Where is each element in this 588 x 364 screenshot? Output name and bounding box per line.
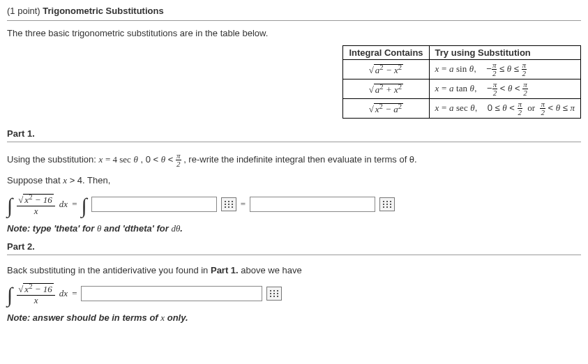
integral-icon: ∫ bbox=[7, 195, 13, 216]
svg-rect-22 bbox=[273, 293, 275, 294]
note-text: and 'dtheta' for bbox=[101, 223, 171, 234]
svg-rect-10 bbox=[386, 201, 388, 202]
intro-text: The three basic trigonometric substituti… bbox=[7, 28, 581, 38]
divider: Part 1. bbox=[7, 128, 581, 142]
note-text: only. bbox=[165, 312, 188, 323]
table-header-row: Integral Contains Try using Substitution bbox=[343, 46, 581, 60]
part1-result-input[interactable] bbox=[250, 197, 375, 212]
keypad-icon[interactable] bbox=[221, 197, 236, 211]
svg-rect-18 bbox=[270, 290, 271, 291]
svg-rect-17 bbox=[390, 206, 391, 208]
cell-contains: √a2 + x2 bbox=[343, 79, 429, 99]
svg-rect-4 bbox=[228, 204, 229, 205]
table-row: √a2 + x2 x = a tan θ, −π2 < θ < π2 bbox=[343, 79, 581, 99]
substitution-table: Integral Contains Try using Substitution… bbox=[342, 45, 581, 119]
equals-sign: = bbox=[72, 199, 77, 210]
svg-rect-23 bbox=[277, 293, 278, 294]
svg-rect-5 bbox=[232, 204, 233, 205]
keypad-icon[interactable] bbox=[266, 287, 282, 301]
part1-note: Note: type 'theta' for θ and 'dtheta' fo… bbox=[7, 223, 581, 234]
integrand-fraction: √x2 − 16 x bbox=[17, 282, 55, 305]
part2-label: Part 2. bbox=[7, 241, 581, 255]
part2-equation: ∫ √x2 − 16 x dx = bbox=[7, 282, 581, 305]
cell-substitution: x = a sin θ, −π2 ≤ θ ≤ π2 bbox=[429, 60, 580, 79]
svg-rect-15 bbox=[383, 206, 384, 208]
svg-rect-21 bbox=[270, 293, 271, 294]
col-header-substitution: Try using Substitution bbox=[429, 46, 580, 60]
svg-rect-20 bbox=[277, 290, 278, 291]
table-row: √x2 − a2 x = a sec θ, 0 ≤ θ < π2 or π2 <… bbox=[343, 99, 581, 119]
svg-rect-24 bbox=[270, 296, 271, 297]
part2-answer-input[interactable] bbox=[81, 286, 262, 301]
svg-rect-1 bbox=[228, 201, 229, 202]
equals-sign: = bbox=[241, 199, 246, 210]
part1-integrand-input[interactable] bbox=[91, 197, 217, 212]
problem-header: (1 point) Trigonometric Substitutions bbox=[7, 6, 581, 21]
cell-substitution: x = a sec θ, 0 ≤ θ < π2 or π2 < θ ≤ π bbox=[429, 99, 580, 119]
cell-contains: √x2 − a2 bbox=[343, 99, 429, 119]
svg-rect-9 bbox=[383, 201, 384, 202]
svg-rect-25 bbox=[273, 296, 275, 297]
point-value: (1 point) bbox=[7, 6, 40, 16]
svg-rect-0 bbox=[225, 201, 226, 202]
svg-rect-14 bbox=[390, 204, 391, 205]
note-text: Note: answer should be in terms of bbox=[7, 312, 160, 323]
part2-instr-a: Back substituting in the antiderivative … bbox=[7, 265, 211, 275]
table-row: √a2 − x2 x = a sin θ, −π2 ≤ θ ≤ π2 bbox=[343, 60, 581, 79]
svg-rect-6 bbox=[225, 206, 226, 208]
cell-contains: √a2 − x2 bbox=[343, 60, 429, 79]
note-text: Note: type 'theta' for bbox=[7, 223, 97, 234]
svg-rect-11 bbox=[390, 201, 391, 202]
svg-rect-19 bbox=[273, 290, 275, 291]
svg-rect-7 bbox=[228, 206, 229, 208]
svg-rect-13 bbox=[386, 204, 388, 205]
problem-title: Trigonometric Substitutions bbox=[43, 6, 163, 16]
part1-label: Part 1. bbox=[7, 128, 581, 142]
part1-instructions: Using the substitution: x = 4 sec θ , 0 … bbox=[7, 152, 581, 168]
svg-rect-2 bbox=[232, 201, 233, 202]
dx-label: dx bbox=[59, 288, 68, 299]
equals-sign: = bbox=[72, 288, 77, 299]
part2-note: Note: answer should be in terms of x onl… bbox=[7, 312, 581, 324]
part2-instr-bold: Part 1. bbox=[211, 265, 239, 275]
integrand-fraction: √x2 − 16 x bbox=[17, 193, 55, 216]
part1-suppose: Suppose that x > 4. Then, bbox=[7, 175, 581, 186]
cell-substitution: x = a tan θ, −π2 < θ < π2 bbox=[429, 79, 580, 99]
integral-icon: ∫ bbox=[7, 285, 13, 305]
part2-instr-b: above we have bbox=[239, 265, 302, 275]
part1-instr-suffix: , re-write the indefinite integral then … bbox=[183, 154, 417, 165]
svg-rect-16 bbox=[386, 206, 388, 208]
divider: Part 2. bbox=[7, 241, 581, 255]
integral-icon: ∫ bbox=[81, 195, 86, 216]
part2-instructions: Back substituting in the antiderivative … bbox=[7, 265, 581, 275]
note-text: . bbox=[180, 223, 183, 234]
svg-rect-8 bbox=[232, 206, 233, 208]
part1-instr-prefix: Using the substitution: bbox=[7, 154, 99, 165]
col-header-contains: Integral Contains bbox=[343, 46, 429, 60]
dx-label: dx bbox=[59, 199, 68, 210]
svg-rect-12 bbox=[383, 204, 384, 205]
substitution-table-wrap: Integral Contains Try using Substitution… bbox=[7, 45, 581, 119]
part1-equation: ∫ √x2 − 16 x dx = ∫ = bbox=[7, 193, 581, 216]
svg-rect-26 bbox=[277, 296, 278, 297]
svg-rect-3 bbox=[225, 204, 226, 205]
keypad-icon[interactable] bbox=[379, 197, 395, 211]
